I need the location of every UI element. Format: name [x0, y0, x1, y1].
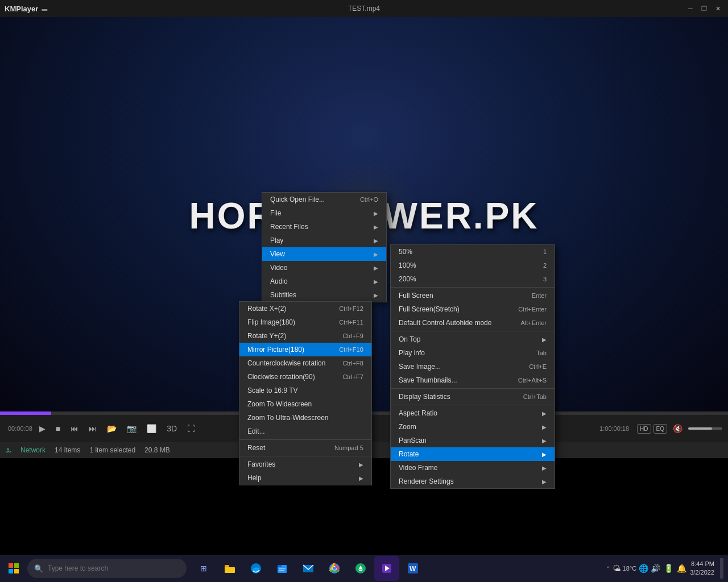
eq-button[interactable]: EQ — [653, 424, 667, 434]
ctx-help[interactable]: Help ▶ — [239, 471, 371, 485]
titlebar-center: TEST.mp4 — [348, 5, 380, 13]
ctx-audio[interactable]: Audio ▶ — [262, 275, 386, 288]
svg-rect-10 — [279, 570, 284, 571]
restore-button[interactable]: ❐ — [698, 3, 710, 14]
stop-button[interactable]: ■ — [52, 422, 64, 435]
screenshot-button[interactable]: 📷 — [123, 422, 140, 435]
ctx-cw-shortcut: Ctrl+F7 — [342, 373, 363, 380]
play-button[interactable]: ▶ — [36, 422, 49, 435]
ctx-quick-open-label: Quick Open File... — [270, 196, 325, 203]
ctx-save-image-shortcut: Ctrl+E — [529, 363, 547, 370]
ctx-zoom-ultra[interactable]: Zoom To Ultra-Widescreen — [239, 411, 371, 425]
ctx-play-info[interactable]: Play info Tab — [391, 346, 555, 360]
ctx-save-image[interactable]: Save Image... Ctrl+E — [391, 360, 555, 373]
mute-button[interactable]: 🔇 — [669, 422, 686, 435]
ctx-file[interactable]: File ▶ — [262, 206, 386, 220]
open-button[interactable]: 📂 — [104, 422, 120, 435]
ctx-rotate-y[interactable]: Rotate Y+(2) Ctrl+F9 — [239, 329, 371, 343]
close-button[interactable]: ✕ — [712, 3, 723, 14]
ctx-video-frame[interactable]: Video Frame ▶ — [391, 461, 555, 475]
ctx-rotate-y-shortcut: Ctrl+F9 — [342, 332, 363, 339]
volume-slider[interactable] — [688, 427, 722, 430]
ctx-autohide[interactable]: Default Control Autohide mode Alt+Enter — [391, 316, 555, 330]
ctx-autohide-label: Default Control Autohide mode — [399, 319, 491, 327]
search-input[interactable] — [48, 564, 180, 572]
ctx-aspect-ratio-label: Aspect Ratio — [399, 409, 437, 417]
ctx-recent-files[interactable]: Recent Files ▶ — [262, 220, 386, 234]
ctx-zoom[interactable]: Zoom ▶ — [391, 420, 555, 434]
minimize-button[interactable]: ─ — [685, 3, 696, 14]
ctx-edit[interactable]: Edit... — [239, 425, 371, 438]
ctx-play-label: Play — [270, 236, 283, 244]
ctx-fullscreen-stretch[interactable]: Full Screen(Stretch) Ctrl+Enter — [391, 302, 555, 316]
ctx-mirror-picture[interactable]: Mirror Picture(180) Ctrl+F10 — [239, 343, 371, 356]
ctx-play[interactable]: Play ▶ — [262, 234, 386, 247]
ctx-renderer-settings[interactable]: Renderer Settings ▶ — [391, 475, 555, 488]
search-icon: 🔍 — [34, 564, 43, 573]
downloader-button[interactable] — [348, 556, 373, 581]
ctx-zoom-ultra-label: Zoom To Ultra-Widescreen — [247, 414, 329, 422]
ctx-ccw-rotation[interactable]: Counterclockwise rotation Ctrl+F8 — [239, 356, 371, 370]
3d-button[interactable]: 3D — [163, 422, 180, 435]
ctx-50pct[interactable]: 50% 1 — [391, 245, 555, 259]
ctx-sep-1 — [239, 439, 371, 440]
ctx-quick-open[interactable]: Quick Open File... Ctrl+O — [262, 193, 386, 206]
ctx-display-stats[interactable]: Display Statistics Ctrl+Tab — [391, 390, 555, 404]
ctx-cw-rotation[interactable]: Clockwise rotation(90) Ctrl+F7 — [239, 370, 371, 384]
clock-date: 3/2/2022 — [690, 568, 714, 577]
taskview-button[interactable]: ⊞ — [191, 556, 216, 581]
ctx-video[interactable]: Video ▶ — [262, 261, 386, 275]
chrome-button[interactable] — [322, 556, 347, 581]
ctx-play-info-label: Play info — [399, 349, 425, 357]
ctx-scale-tv[interactable]: Scale to 16:9 TV — [239, 384, 371, 397]
ctx-file-arrow: ▶ — [374, 210, 378, 217]
svg-rect-2 — [9, 569, 13, 573]
ctx-help-arrow: ▶ — [359, 475, 363, 481]
start-button[interactable] — [0, 555, 27, 582]
ctx-video-label: Video — [270, 264, 287, 272]
taskbar: 🔍 ⊞ — [0, 555, 728, 582]
ctx-200pct[interactable]: 200% 3 — [391, 272, 555, 286]
next-button[interactable]: ⏭ — [85, 422, 100, 435]
ctx-on-top[interactable]: On Top ▶ — [391, 332, 555, 346]
ctx-rotate-label: Rotate — [399, 450, 419, 458]
ctx-100pct[interactable]: 100% 2 — [391, 259, 555, 272]
mail-button[interactable] — [296, 556, 321, 581]
ctx-view[interactable]: View ▶ — [262, 247, 386, 261]
ctx-subtitles[interactable]: Subtitles ▶ — [262, 288, 386, 302]
ctx-aspect-ratio[interactable]: Aspect Ratio ▶ — [391, 406, 555, 420]
media-app-button[interactable] — [374, 556, 399, 581]
ctx-mirror-shortcut: Ctrl+F10 — [339, 346, 363, 353]
svg-text:W: W — [410, 565, 416, 573]
chevron-icon[interactable]: ⌃ — [606, 566, 610, 572]
word-button[interactable]: W — [400, 556, 425, 581]
prev-button[interactable]: ⏮ — [67, 422, 82, 435]
ctx-reset[interactable]: Reset Numpad 5 — [239, 441, 371, 455]
ctx-display-stats-label: Display Statistics — [399, 393, 450, 401]
ctx-zoom-wide[interactable]: Zoom To Widescreen — [239, 397, 371, 411]
ctx-sep-2 — [239, 456, 371, 456]
file-manager-button[interactable] — [270, 556, 295, 581]
ratio-button[interactable]: ⬜ — [143, 422, 160, 435]
search-bar[interactable]: 🔍 — [27, 559, 187, 578]
network-tray-icon[interactable]: 🌐 — [639, 564, 648, 573]
svg-rect-9 — [279, 568, 286, 569]
volume-tray-icon[interactable]: 🔊 — [651, 564, 660, 573]
ctx-favorites[interactable]: Favorites ▶ — [239, 458, 371, 471]
hd-button[interactable]: HD — [637, 424, 651, 434]
svg-rect-8 — [278, 565, 282, 567]
ctx-fullscreen[interactable]: Full Screen Enter — [391, 289, 555, 302]
temperature: 18°C — [623, 565, 637, 572]
edge-browser-button[interactable] — [243, 556, 268, 581]
notifications-icon[interactable]: 🔔 — [677, 564, 686, 573]
ctx-flip-image[interactable]: Flip Image(180) Ctrl+F11 — [239, 315, 371, 329]
ctx-50pct-shortcut: 1 — [543, 248, 547, 255]
file-explorer-button[interactable] — [217, 556, 242, 581]
ctx-rotate[interactable]: Rotate ▶ — [391, 447, 555, 461]
clock[interactable]: 8:44 PM 3/2/2022 — [690, 560, 714, 577]
ctx-rotate-x[interactable]: Rotate X+(2) Ctrl+F12 — [239, 302, 371, 315]
show-desktop-button[interactable] — [720, 558, 723, 579]
ctx-save-thumbs[interactable]: Save Thumbnails... Ctrl+Alt+S — [391, 373, 555, 387]
fullscreen-button[interactable]: ⛶ — [184, 422, 198, 435]
ctx-panscan[interactable]: PanScan ▶ — [391, 434, 555, 447]
